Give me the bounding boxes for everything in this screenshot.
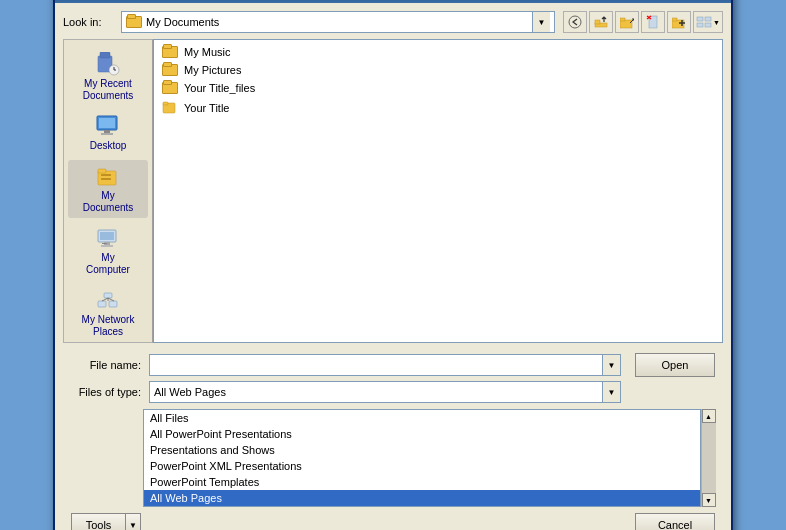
svg-rect-6	[620, 18, 625, 21]
svg-rect-10	[697, 17, 703, 21]
sidebar-item-mycomputer-label: MyComputer	[86, 252, 130, 276]
cancel-button[interactable]: Cancel	[635, 513, 715, 530]
open-button[interactable]: Open	[635, 353, 715, 377]
svg-rect-12	[697, 23, 703, 27]
files-of-type-combo[interactable]: All Web Pages ▼	[149, 381, 621, 403]
svg-rect-26	[100, 232, 114, 240]
file-name-label: File name:	[71, 359, 141, 371]
tools-main-button[interactable]: Tools	[71, 513, 125, 530]
toolbar-buttons: ▼	[563, 11, 723, 33]
file-name-dropdown-arrow[interactable]: ▼	[602, 355, 620, 375]
sidebar-item-recent[interactable]: My RecentDocuments	[68, 48, 148, 106]
tools-dropdown-arrow[interactable]: ▼	[125, 513, 141, 530]
file-name-row: File name: ▼ Open	[71, 353, 715, 377]
svg-rect-29	[102, 243, 107, 244]
dropdown-item-all-ppt[interactable]: All PowerPoint Presentations	[144, 426, 700, 442]
file-name: My Music	[184, 46, 230, 58]
look-in-row: Look in: My Documents ▼	[63, 11, 723, 33]
open-dialog: Open ? ✕ Look in: My Documents ▼	[53, 0, 733, 530]
svg-rect-34	[163, 102, 168, 105]
create-folder-button[interactable]	[667, 11, 691, 33]
sidebar: My RecentDocuments Desktop	[63, 39, 153, 343]
tools-split-button: Tools ▼	[71, 513, 141, 530]
svg-rect-22	[98, 169, 106, 173]
files-of-type-dropdown-arrow[interactable]: ▼	[602, 382, 620, 402]
files-of-type-label: Files of type:	[71, 386, 141, 398]
list-item[interactable]: Your Title_files	[158, 80, 718, 96]
desktop-icon	[96, 114, 120, 138]
svg-rect-18	[99, 118, 115, 128]
svg-rect-11	[705, 17, 711, 21]
views-arrow: ▼	[713, 19, 720, 26]
svg-rect-20	[101, 133, 113, 135]
network-icon	[96, 288, 120, 312]
look-in-dropdown-arrow[interactable]: ▼	[532, 12, 550, 32]
dropdown-list: All Files All PowerPoint Presentations P…	[143, 409, 701, 507]
views-button[interactable]: ▼	[693, 11, 723, 33]
file-name: Your Title	[184, 102, 229, 114]
svg-rect-19	[104, 130, 110, 133]
folder-icon	[162, 82, 178, 94]
file-name: Your Title_files	[184, 82, 255, 94]
svg-rect-23	[101, 174, 111, 176]
svg-rect-30	[98, 301, 106, 307]
sidebar-item-mydocs[interactable]: MyDocuments	[68, 160, 148, 218]
sidebar-item-network-label: My NetworkPlaces	[82, 314, 135, 338]
back-button[interactable]	[563, 11, 587, 33]
scroll-up-button[interactable]: ▲	[702, 409, 716, 423]
svg-point-2	[569, 16, 581, 28]
footer-row: Tools ▼ Cancel	[63, 513, 723, 530]
sidebar-item-desktop-label: Desktop	[90, 140, 127, 152]
delete-button[interactable]	[641, 11, 665, 33]
svg-rect-9	[672, 18, 677, 21]
svg-rect-15	[100, 52, 110, 58]
scroll-down-button[interactable]: ▼	[702, 493, 716, 507]
my-documents-icon	[96, 164, 120, 188]
svg-rect-31	[109, 301, 117, 307]
new-folder-icon[interactable]	[615, 11, 639, 33]
svg-rect-13	[705, 23, 711, 27]
file-name: My Pictures	[184, 64, 241, 76]
list-item[interactable]: My Music	[158, 44, 718, 60]
sidebar-item-mydocs-label: MyDocuments	[83, 190, 134, 214]
dropdown-item-ppt-xml[interactable]: PowerPoint XML Presentations	[144, 458, 700, 474]
dropdown-scrollbar: ▲ ▼	[701, 409, 715, 507]
file-name-input[interactable]	[150, 355, 602, 375]
sidebar-item-network[interactable]: My NetworkPlaces	[68, 284, 148, 342]
file-browser: My Music My Pictures Your Title_files	[153, 39, 723, 343]
svg-rect-24	[101, 178, 111, 180]
my-computer-icon	[96, 226, 120, 250]
svg-rect-28	[101, 245, 113, 247]
folder-icon	[162, 46, 178, 58]
look-in-folder-icon	[126, 16, 142, 28]
look-in-label: Look in:	[63, 16, 113, 28]
sidebar-item-desktop[interactable]: Desktop	[68, 110, 148, 156]
look-in-combo[interactable]: My Documents ▼	[121, 11, 555, 33]
dropdown-item-all-files[interactable]: All Files	[144, 410, 700, 426]
list-item[interactable]: My Pictures	[158, 62, 718, 78]
dropdown-item-ppt-templates[interactable]: PowerPoint Templates	[144, 474, 700, 490]
svg-rect-4	[595, 20, 600, 24]
main-area: My RecentDocuments Desktop	[63, 39, 723, 343]
recent-icon	[96, 52, 120, 76]
list-item[interactable]: Your Title	[158, 98, 718, 118]
sidebar-item-mycomputer[interactable]: MyComputer	[68, 222, 148, 280]
files-of-type-row: Files of type: All Web Pages ▼	[71, 381, 715, 403]
dropdown-area: All Files All PowerPoint Presentations P…	[143, 409, 715, 507]
look-in-value: My Documents	[146, 16, 528, 28]
up-button[interactable]	[589, 11, 613, 33]
bottom-fields: File name: ▼ Open Files of type: All Web…	[63, 349, 723, 403]
svg-rect-32	[104, 293, 112, 298]
files-of-type-value: All Web Pages	[150, 382, 602, 402]
dialog-body: Look in: My Documents ▼	[55, 3, 731, 530]
sidebar-item-recent-label: My RecentDocuments	[83, 78, 134, 102]
dropdown-item-presentations[interactable]: Presentations and Shows	[144, 442, 700, 458]
file-name-combo[interactable]: ▼	[149, 354, 621, 376]
scroll-track	[702, 423, 716, 493]
folder-icon	[162, 64, 178, 76]
dropdown-item-web-pages[interactable]: All Web Pages	[144, 490, 700, 506]
